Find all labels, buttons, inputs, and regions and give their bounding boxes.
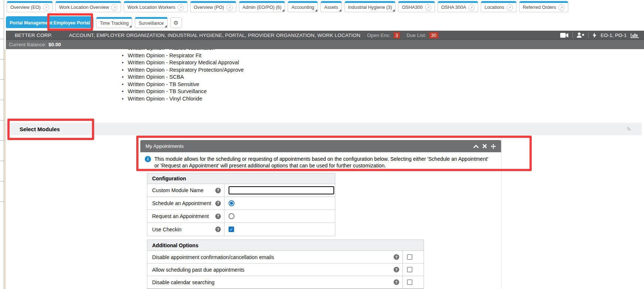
list-item: Written Opinion - Respiratory Medical Ap… xyxy=(122,59,244,67)
table-row: Use Checkin? ✓ xyxy=(147,223,335,236)
video-camera-icon[interactable] xyxy=(560,33,568,38)
tab-osha300[interactable]: OSHA300↗ xyxy=(398,1,435,12)
due-list-label: Due List: xyxy=(407,33,426,38)
table-header: Configuration xyxy=(147,173,335,184)
tab-accounting[interactable]: Accounting xyxy=(288,1,318,12)
request-appointment-radio[interactable] xyxy=(229,213,234,219)
current-balance-label: Current Balance: xyxy=(9,42,46,47)
tab-time-tracking[interactable]: Time Tracking xyxy=(96,17,132,28)
external-link-icon[interactable]: ↗ xyxy=(111,4,117,11)
table-row: Custom Module Name? xyxy=(147,184,335,197)
close-x-icon[interactable] xyxy=(483,144,487,148)
status-bar: BETTER CORP. ACCOUNT, EMPLOYER ORGANIZAT… xyxy=(6,31,644,40)
allow-past-due-checkbox[interactable] xyxy=(407,267,412,272)
tab-overview-eo[interactable]: Overview (EO)↗ xyxy=(7,1,53,12)
tab-work-location-overview[interactable]: Work Location Overview↗ xyxy=(55,1,121,12)
list-item: Written Opinion - Respirator Fit xyxy=(122,52,244,59)
help-icon[interactable]: ? xyxy=(215,227,221,232)
balance-bar: Current Balance: $0.00 xyxy=(6,40,644,49)
edit-pencil-icon[interactable]: ✎ xyxy=(627,126,631,133)
dropdown-fold-icon xyxy=(129,25,131,27)
tab-assets[interactable]: Assets xyxy=(321,1,342,12)
tab-label: Locations xyxy=(484,5,504,10)
configuration-table: Configuration Custom Module Name? Schedu… xyxy=(147,173,335,236)
table-row: Request an Appointment? xyxy=(147,210,335,223)
tab-industrial-hygiene[interactable]: Industrial Hygiene (3) xyxy=(345,1,396,12)
help-icon[interactable]: ? xyxy=(215,214,221,219)
divider xyxy=(588,32,589,38)
external-link-icon[interactable]: ↗ xyxy=(226,4,233,11)
list-item: Written Opinion - TB Surveillance xyxy=(122,88,244,95)
help-icon[interactable]: ? xyxy=(394,267,399,272)
external-link-icon[interactable]: ↗ xyxy=(468,4,475,11)
tab-label: OSHA300 xyxy=(402,5,422,10)
context-shortcut-label[interactable]: EO-1, PO-1 xyxy=(600,33,627,38)
cropped-left-panel-edge xyxy=(0,0,4,289)
bar-chart-icon[interactable] xyxy=(631,33,639,38)
open-enc-label: Open Enc: xyxy=(367,33,391,38)
row-label: Request an Appointment xyxy=(152,213,209,219)
tab-label: Portal Management:Employee Portal xyxy=(10,20,90,26)
dropdown-fold-icon xyxy=(282,9,284,11)
tab-osha-300a[interactable]: OSHA 300A↗ xyxy=(438,1,478,12)
tab-label: Overview (PO) xyxy=(194,5,224,10)
help-icon[interactable]: ? xyxy=(394,254,399,260)
collapse-chevron-up-icon[interactable] xyxy=(473,144,479,148)
add-user-icon[interactable] xyxy=(577,33,584,38)
disable-confirmation-emails-checkbox[interactable] xyxy=(407,254,412,260)
tab-referred-orders[interactable]: Referred Orders↗ xyxy=(519,1,568,12)
row-label: Disable appointment confirmation/cancell… xyxy=(152,254,274,260)
written-opinion-list: Written Opinion - Rabies Vaccination Wri… xyxy=(122,45,244,102)
list-item: Written Opinion - SCBA xyxy=(122,74,244,81)
table-row: Disable appointment confirmation/cancell… xyxy=(147,251,424,264)
panel-info-box: i This module allows for the scheduling … xyxy=(140,152,501,173)
help-icon[interactable]: ? xyxy=(215,201,221,206)
company-name: BETTER CORP. xyxy=(15,33,52,38)
tab-label: OSHA 300A xyxy=(441,5,466,10)
table-row: Disable calendar searching? xyxy=(147,276,424,289)
list-item: Written Opinion - Vinyl Chloride xyxy=(122,95,244,103)
tab-label: Referred Orders xyxy=(523,5,556,10)
dropdown-fold-icon xyxy=(339,9,341,11)
tab-admin-eo-po[interactable]: Admin (EO/PO) (6) xyxy=(239,1,285,12)
info-icon: i xyxy=(145,156,151,162)
row-label: Disable calendar searching xyxy=(152,279,215,285)
disable-calendar-searching-checkbox[interactable] xyxy=(407,279,412,285)
dropdown-fold-icon xyxy=(90,25,93,27)
external-link-icon[interactable]: ↗ xyxy=(178,4,184,11)
tab-settings-button[interactable]: ⚙ xyxy=(170,17,182,28)
table-row: Schedule an Appointment? xyxy=(147,197,335,210)
external-link-icon[interactable]: ↗ xyxy=(507,4,513,11)
external-link-icon[interactable]: ↗ xyxy=(558,4,565,11)
tab-locations[interactable]: Locations↗ xyxy=(481,1,517,12)
tab-surveillance[interactable]: Surveillance xyxy=(135,17,167,28)
gear-icon: ⚙ xyxy=(174,20,178,26)
schedule-appointment-radio[interactable] xyxy=(229,200,234,206)
content-column-divider xyxy=(501,135,501,289)
select-modules-header: Select Modules ✎ xyxy=(6,123,642,135)
row-label: Use Checkin xyxy=(152,227,181,232)
help-icon[interactable]: ? xyxy=(394,279,399,285)
help-icon[interactable]: ? xyxy=(215,188,221,193)
external-link-icon[interactable]: ↗ xyxy=(43,4,49,11)
list-item: Written Opinion - Respiratory Protection… xyxy=(122,67,244,74)
use-checkin-checkbox[interactable]: ✓ xyxy=(229,227,234,232)
external-link-icon[interactable]: ↗ xyxy=(425,4,431,11)
panel-header[interactable]: My Appointments xyxy=(140,140,501,152)
custom-module-name-input[interactable] xyxy=(229,186,334,194)
account-categories: ACCOUNT, EMPLOYER ORGANIZATION, INDUSTRI… xyxy=(69,33,360,38)
tab-work-location-workers[interactable]: Work Location Workers↗ xyxy=(124,1,187,12)
open-enc-badge[interactable]: 3 xyxy=(394,32,400,38)
section-title: Select Modules xyxy=(20,126,60,132)
tab-overview-po[interactable]: Overview (PO)↗ xyxy=(190,1,236,12)
app-window: Overview (EO)↗ Work Location Overview↗ W… xyxy=(0,0,644,289)
tab-label: Work Location Workers xyxy=(127,5,175,10)
lightning-icon[interactable] xyxy=(593,33,596,38)
secondary-tab-bar: Portal Management:Employee Portal Time T… xyxy=(6,16,182,28)
table-row: Allow scheduling past due appointments? xyxy=(147,264,424,276)
tab-label: Accounting xyxy=(291,5,314,10)
tab-label: Assets xyxy=(324,5,338,10)
move-handle-icon[interactable] xyxy=(491,144,496,149)
due-list-badge[interactable]: 30 xyxy=(429,32,438,38)
tab-portal-management-employee-portal[interactable]: Portal Management:Employee Portal xyxy=(6,16,93,28)
